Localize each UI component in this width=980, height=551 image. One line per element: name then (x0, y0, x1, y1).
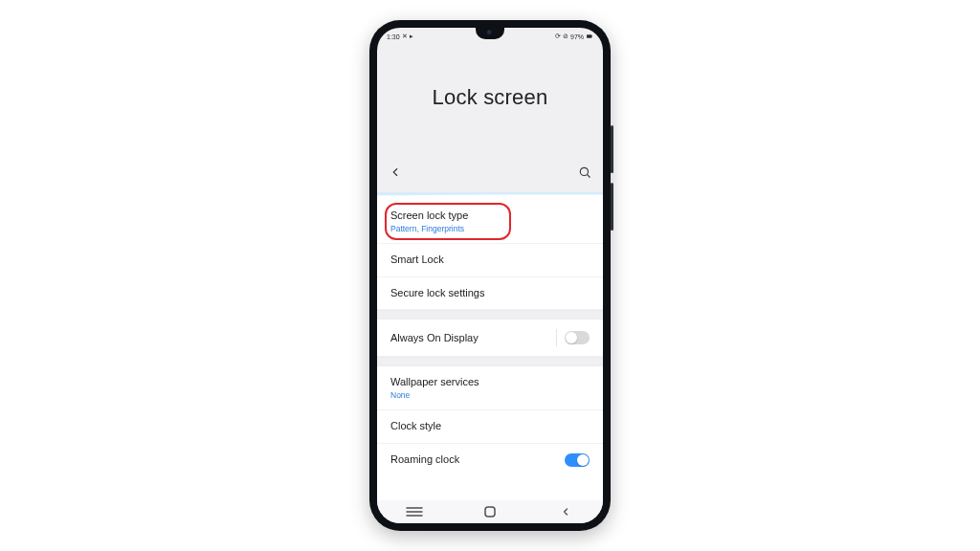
item-title: Wallpaper services (390, 376, 590, 389)
phone-screen: 1:30 ✕ ▸ ⟳ ⊘ 97% Lock screen (377, 28, 603, 523)
item-secure-lock-settings[interactable]: Secure lock settings (377, 277, 603, 311)
item-title: Secure lock settings (390, 287, 590, 300)
status-left-icons: ✕ ▸ (402, 33, 413, 40)
svg-rect-0 (587, 34, 591, 37)
item-subtitle: None (390, 390, 590, 400)
search-icon (578, 165, 591, 179)
item-roaming-clock[interactable]: Roaming clock (377, 444, 603, 476)
toggle-always-on-display[interactable] (565, 331, 590, 344)
wave-separator (377, 192, 603, 200)
status-right-icons: ⟳ ⊘ (555, 33, 568, 40)
toggle-roaming-clock[interactable] (565, 453, 590, 467)
back-button[interactable] (389, 165, 402, 179)
item-always-on-display[interactable]: Always On Display (377, 320, 603, 357)
toggle-knob (566, 332, 577, 343)
search-button[interactable] (578, 165, 591, 179)
front-camera (487, 30, 494, 36)
phone-frame: 1:30 ✕ ▸ ⟳ ⊘ 97% Lock screen (369, 20, 611, 531)
item-title: Smart Lock (390, 253, 590, 267)
svg-line-3 (588, 175, 590, 178)
android-navbar (377, 500, 603, 523)
page-title: Lock screen (377, 85, 603, 110)
item-screen-lock-type[interactable]: Screen lock type Pattern, Fingerprints (377, 200, 603, 244)
group-separator (377, 310, 603, 320)
item-subtitle: Pattern, Fingerprints (390, 224, 590, 233)
battery-icon (586, 33, 593, 40)
nav-home-button[interactable] (471, 506, 509, 518)
item-title: Roaming clock (390, 453, 565, 467)
group-separator (377, 357, 603, 366)
toggle-knob (577, 454, 589, 466)
item-title: Screen lock type (390, 209, 590, 223)
status-battery: 97% (570, 33, 584, 40)
svg-rect-1 (591, 35, 592, 36)
vertical-divider (556, 329, 557, 346)
chevron-left-icon (389, 165, 402, 179)
settings-header: Lock screen (377, 43, 603, 158)
volume-up-button (611, 125, 613, 173)
volume-down-button (611, 183, 613, 231)
item-title: Clock style (390, 420, 590, 433)
recents-icon (406, 507, 423, 517)
item-wallpaper-services[interactable]: Wallpaper services None (377, 366, 603, 410)
toolbar (377, 158, 603, 192)
item-title: Always On Display (390, 332, 548, 345)
settings-list: Screen lock type Pattern, Fingerprints S… (377, 200, 603, 500)
home-icon (484, 506, 496, 518)
back-icon (560, 506, 571, 518)
item-smart-lock[interactable]: Smart Lock (377, 244, 603, 277)
svg-rect-7 (485, 507, 495, 517)
nav-recents-button[interactable] (395, 507, 434, 517)
nav-back-button[interactable] (546, 506, 585, 518)
status-time: 1:30 (387, 33, 400, 40)
item-clock-style[interactable]: Clock style (377, 410, 603, 444)
